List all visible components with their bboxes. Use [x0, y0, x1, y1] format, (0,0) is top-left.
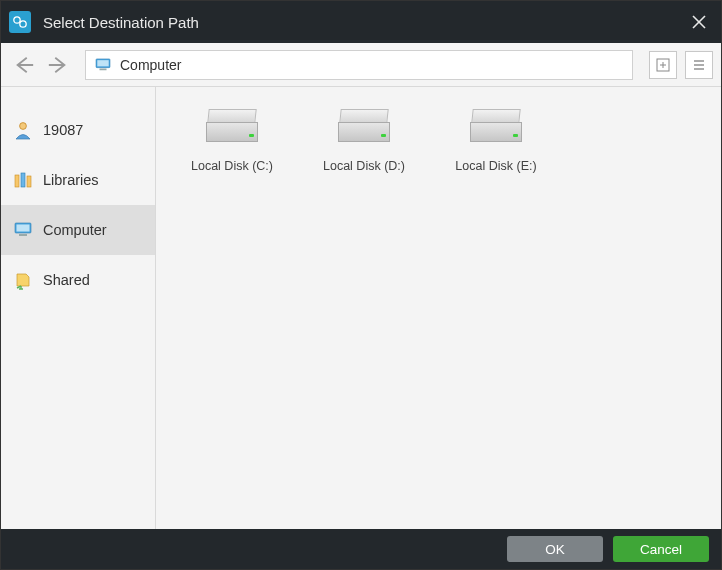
path-box[interactable]: Computer	[85, 50, 633, 80]
titlebar: Select Destination Path	[1, 1, 721, 43]
drive-icon	[336, 109, 392, 145]
dialog-body: 19087 Libraries	[1, 87, 721, 529]
select-destination-dialog: Select Destination Path Computer	[0, 0, 722, 570]
sidebar-item-shared[interactable]: Shared	[1, 255, 155, 305]
back-button[interactable]	[9, 50, 39, 80]
disk-item[interactable]: Local Disk (C:)	[166, 103, 298, 203]
dialog-title: Select Destination Path	[43, 14, 677, 31]
drive-icon	[468, 109, 524, 145]
svg-rect-15	[21, 173, 25, 187]
libraries-icon	[13, 170, 33, 190]
user-icon	[13, 120, 33, 140]
path-label: Computer	[120, 57, 181, 73]
svg-point-0	[14, 17, 20, 23]
drive-icon	[204, 109, 260, 145]
sidebar-item-libraries[interactable]: Libraries	[1, 155, 155, 205]
app-icon	[9, 11, 31, 33]
disk-item[interactable]: Local Disk (E:)	[430, 103, 562, 203]
svg-rect-18	[17, 225, 30, 232]
disk-item[interactable]: Local Disk (D:)	[298, 103, 430, 203]
list-icon	[692, 58, 706, 72]
view-button[interactable]	[685, 51, 713, 79]
svg-rect-5	[97, 60, 108, 66]
disk-label: Local Disk (E:)	[455, 159, 536, 173]
plus-icon	[656, 58, 670, 72]
sidebar-item-label: Shared	[43, 272, 90, 288]
svg-point-1	[20, 21, 26, 27]
computer-icon	[13, 220, 33, 240]
disk-label: Local Disk (C:)	[191, 159, 273, 173]
disk-label: Local Disk (D:)	[323, 159, 405, 173]
footer: OK Cancel	[1, 529, 721, 569]
svg-rect-19	[19, 234, 27, 236]
close-button[interactable]	[677, 1, 721, 43]
arrow-left-icon	[13, 54, 35, 76]
close-icon	[692, 15, 706, 29]
svg-point-13	[20, 123, 27, 130]
sidebar-item-computer[interactable]: Computer	[1, 205, 155, 255]
svg-rect-6	[100, 68, 107, 70]
svg-rect-14	[15, 175, 19, 187]
new-folder-button[interactable]	[649, 51, 677, 79]
svg-rect-16	[27, 176, 31, 187]
content-pane: Local Disk (C:) Local Disk (D:) Local Di…	[155, 87, 721, 529]
sidebar: 19087 Libraries	[1, 87, 155, 529]
sidebar-item-label: Libraries	[43, 172, 99, 188]
sidebar-item-label: Computer	[43, 222, 107, 238]
sidebar-item-user[interactable]: 19087	[1, 105, 155, 155]
shared-icon	[13, 270, 33, 290]
navbar: Computer	[1, 43, 721, 87]
ok-button[interactable]: OK	[507, 536, 603, 562]
forward-button[interactable]	[43, 50, 73, 80]
cancel-button[interactable]: Cancel	[613, 536, 709, 562]
computer-icon	[94, 58, 112, 72]
sidebar-item-label: 19087	[43, 122, 83, 138]
arrow-right-icon	[47, 54, 69, 76]
